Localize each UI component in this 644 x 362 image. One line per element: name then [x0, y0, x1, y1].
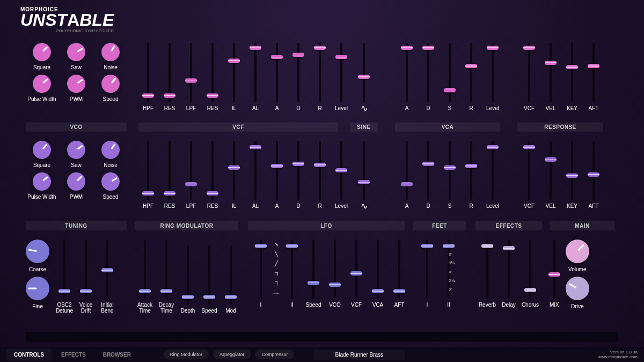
knob-square[interactable]: [33, 141, 51, 159]
slider-res[interactable]: [169, 141, 171, 200]
tab-effects[interactable]: EFFECTS: [54, 349, 93, 361]
slider-s[interactable]: [449, 43, 451, 102]
volume-knob[interactable]: [566, 240, 589, 263]
slider-voice-drift[interactable]: [85, 240, 87, 299]
slider-key[interactable]: [571, 141, 573, 200]
slider-vel[interactable]: [550, 141, 552, 200]
vca2-sliders: ADSRLevel: [397, 141, 502, 209]
slider-vcf[interactable]: [355, 240, 357, 299]
slider-r[interactable]: [319, 141, 321, 200]
knob-pulse-width[interactable]: [33, 75, 51, 93]
knob-pwm[interactable]: [67, 172, 85, 191]
slider-level[interactable]: [340, 43, 342, 102]
slider-reverb[interactable]: [486, 240, 488, 299]
product-name: UNSTABLE: [20, 12, 114, 28]
knob-square[interactable]: [33, 43, 51, 61]
slider-delay[interactable]: [508, 240, 510, 299]
slider-d[interactable]: [427, 43, 429, 102]
slider-key[interactable]: [571, 43, 573, 102]
slider-hpf[interactable]: [147, 141, 149, 200]
sine-icon: ∿: [361, 201, 368, 211]
slider-d[interactable]: [297, 43, 299, 102]
feet-labels: 16'8'5⅓4'2⅔2': [449, 243, 455, 292]
slider-a[interactable]: [406, 141, 408, 200]
slider-i[interactable]: [260, 240, 262, 299]
sine2-slider[interactable]: [363, 141, 365, 200]
slider-res[interactable]: [169, 43, 171, 102]
knob-saw[interactable]: [67, 141, 85, 159]
knob-noise[interactable]: [101, 141, 120, 159]
slider-depth[interactable]: [187, 245, 189, 305]
slider-il[interactable]: [233, 43, 235, 102]
slider-r[interactable]: [470, 141, 472, 200]
section-effects: EFFECTS: [475, 221, 542, 230]
section-feet: FEET: [413, 221, 466, 230]
slider-hpf[interactable]: [147, 43, 149, 102]
tuning-coarse-knob[interactable]: [26, 240, 49, 263]
slider-level[interactable]: [492, 43, 494, 102]
slider-lpf[interactable]: [190, 43, 192, 102]
slider-vel[interactable]: [550, 43, 552, 102]
slider-aft[interactable]: [592, 141, 595, 200]
slider-s[interactable]: [449, 141, 451, 200]
slider-attack-time[interactable]: [144, 240, 146, 299]
slider-lpf[interactable]: [190, 141, 192, 200]
slider-d[interactable]: [297, 141, 299, 200]
slider-decay-time[interactable]: [165, 240, 167, 299]
vcf1-sliders: HPFRESLPFRESILALADRLevel: [138, 43, 351, 111]
slider-level[interactable]: [492, 141, 494, 200]
knob-saw[interactable]: [67, 43, 85, 61]
tab-controls[interactable]: CONTROLS: [6, 349, 52, 361]
section-lfo: LFO: [248, 221, 405, 230]
slider-r[interactable]: [319, 43, 321, 102]
chip-arpeggiator[interactable]: Arpeggiator: [213, 350, 251, 359]
section-vcf: VCF: [138, 122, 338, 132]
slider-vca[interactable]: [377, 240, 379, 299]
slider-vcf[interactable]: [528, 141, 530, 200]
slider-chorus[interactable]: [529, 240, 531, 299]
chip-ring-modulator[interactable]: Ring Modulator: [163, 350, 209, 359]
knob-speed[interactable]: [101, 75, 120, 93]
tab-browser[interactable]: BROWSER: [96, 349, 138, 361]
slider-al[interactable]: [254, 43, 257, 102]
slider-mod[interactable]: [230, 245, 232, 305]
slider-d[interactable]: [427, 141, 429, 200]
slider-osc2-detune[interactable]: [63, 240, 65, 299]
vco2-knobs: SquareSawNoisePulse WidthPWMSpeed: [26, 141, 127, 200]
slider-level[interactable]: [340, 141, 342, 200]
slider-ii[interactable]: [291, 240, 293, 299]
slider-a[interactable]: [276, 43, 278, 102]
mix-slider[interactable]: [553, 240, 555, 299]
tuning-fine-knob[interactable]: [26, 277, 49, 300]
slider-res[interactable]: [211, 43, 214, 102]
keyboard-strip: [26, 332, 618, 342]
vca1-sliders: ADSRLevel: [397, 43, 502, 111]
slider-res[interactable]: [211, 141, 214, 200]
knob-speed[interactable]: [101, 172, 120, 191]
knob-noise[interactable]: [101, 43, 120, 61]
slider-i[interactable]: [426, 240, 428, 299]
main-panel: III MIX Volume Drive: [550, 240, 589, 309]
knob-pwm[interactable]: [67, 75, 85, 93]
chip-compressor[interactable]: Compressor: [255, 350, 294, 359]
preset-selector[interactable]: Blade Runner Brass: [313, 350, 405, 360]
section-ringmod: RING MODULATOR: [135, 221, 238, 230]
slider-initial-bend[interactable]: [106, 240, 108, 299]
slider-a[interactable]: [406, 43, 408, 102]
slider-speed[interactable]: [312, 240, 314, 299]
slider-aft[interactable]: [592, 43, 595, 102]
drive-knob[interactable]: [566, 277, 589, 300]
slider-vcf[interactable]: [528, 43, 530, 102]
sine1-slider[interactable]: [363, 43, 365, 102]
slider-a[interactable]: [276, 141, 278, 200]
lfo-panel: I ∿╲╱⊓⨅⁓ IISpeedVCOVCFVCAAFT: [251, 240, 409, 308]
slider-aft[interactable]: [398, 240, 400, 299]
section-tuning: TUNING: [26, 221, 127, 230]
slider-il[interactable]: [233, 141, 235, 200]
vco1-knobs: SquareSawNoisePulse WidthPWMSpeed: [26, 43, 127, 102]
slider-vco[interactable]: [334, 240, 336, 299]
slider-al[interactable]: [254, 141, 257, 200]
knob-pulse-width[interactable]: [33, 172, 51, 191]
slider-r[interactable]: [470, 43, 472, 102]
slider-speed[interactable]: [208, 245, 210, 305]
